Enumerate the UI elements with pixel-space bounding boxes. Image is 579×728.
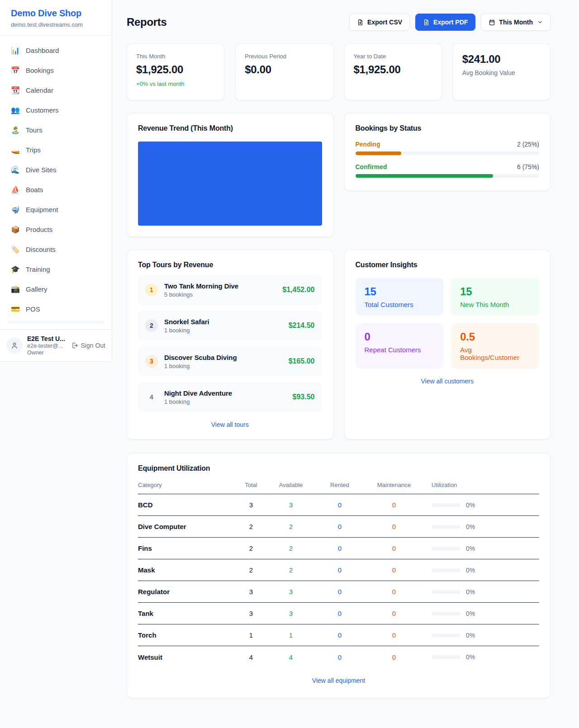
products-icon: 📦 (11, 225, 20, 234)
sidebar-item-tours[interactable]: 🏝️ Tours (4, 122, 108, 138)
bookings-by-status-title: Bookings by Status (356, 124, 540, 132)
utilization-pct: 0% (466, 523, 475, 530)
sidebar-item-reports-partial[interactable] (7, 321, 104, 323)
sidebar-item-calendar[interactable]: 📆 Calendar (4, 82, 108, 99)
sidebar-item-label: Calendar (26, 86, 53, 94)
sidebar-item-products[interactable]: 📦 Products (4, 221, 108, 238)
sidebar-item-training[interactable]: 🎓 Training (4, 261, 108, 278)
export-pdf-button[interactable]: Export PDF (415, 14, 475, 31)
progress-fill-confirmed (356, 174, 494, 178)
utilization-pct: 0% (466, 588, 475, 596)
bookings-by-status-card: Bookings by Status Pending 2 (25%) Confi… (344, 113, 551, 191)
utilization-track (432, 503, 460, 507)
cell-total: 3 (235, 610, 267, 617)
table-header: Category Total Available Rented Maintena… (138, 482, 539, 494)
sidebar-item-label: Bookings (26, 66, 54, 74)
tile-label: Total Customers (365, 301, 435, 308)
sidebar: Demo Dive Shop demo.test.divestreams.com… (0, 0, 112, 362)
logout-icon (71, 342, 78, 349)
utilization-track (432, 655, 460, 659)
tile-value: 0 (365, 331, 435, 343)
sidebar-item-equipment[interactable]: 🤿 Equipment (4, 201, 108, 218)
cell-maintenance: 0 (365, 631, 423, 639)
pos-icon: 💳 (11, 305, 20, 313)
person-icon (10, 341, 19, 350)
tour-list-item: 4 Night Dive Adventure 1 booking $93.50 (138, 382, 322, 412)
cell-total: 2 (235, 523, 267, 530)
stat-label: Previous Period (245, 53, 323, 60)
view-all-customers-link[interactable]: View all customers (356, 378, 540, 385)
sidebar-item-dashboard[interactable]: 📊 Dashboard (4, 42, 108, 59)
cell-category: Mask (138, 566, 235, 574)
cell-utilization: 0% (423, 545, 539, 552)
cell-category: BCD (138, 501, 235, 509)
stat-label: Avg Booking Value (462, 69, 541, 76)
utilization-track (432, 525, 460, 529)
equipment-icon: 🤿 (11, 205, 20, 214)
status-row-confirmed: Confirmed 6 (75%) (356, 163, 540, 178)
tour-name: Two Tank Morning Dive (164, 282, 276, 290)
column-header: Maintenance (365, 482, 423, 488)
sidebar-item-trips[interactable]: 🚤 Trips (4, 142, 108, 158)
user-footer: E2E Test U... e2e-tester@... Owner Sign … (0, 329, 112, 361)
tour-revenue: $165.00 (289, 357, 315, 365)
cell-rented: 0 (315, 610, 365, 617)
cell-utilization: 0% (423, 610, 539, 617)
tour-name: Night Dive Adventure (164, 389, 286, 397)
cell-rented: 0 (315, 588, 365, 596)
sidebar-item-gallery[interactable]: 📸 Gallery (4, 281, 108, 298)
sidebar-item-discounts[interactable]: 🏷️ Discounts (4, 241, 108, 258)
rank-badge: 2 (145, 319, 158, 332)
cell-maintenance: 0 (365, 523, 423, 530)
table-row: Regulator 3 3 0 0 0% (138, 581, 539, 603)
cell-total: 3 (235, 588, 267, 596)
utilization-pct: 0% (466, 632, 475, 639)
user-meta: E2E Test U... e2e-tester@... Owner (27, 335, 66, 356)
tour-list-item: 3 Discover Scuba Diving 1 booking $165.0… (138, 346, 322, 376)
cell-utilization: 0% (423, 523, 539, 530)
cell-available: 2 (267, 544, 315, 552)
cell-rented: 0 (315, 501, 365, 509)
cell-available: 3 (267, 588, 315, 596)
export-csv-label: Export CSV (367, 19, 402, 26)
cell-available: 3 (267, 610, 315, 617)
view-all-equipment-link[interactable]: View all equipment (138, 677, 539, 684)
stat-value: $1,925.00 (136, 63, 215, 76)
cell-maintenance: 0 (365, 501, 423, 509)
sign-out-button[interactable]: Sign Out (71, 342, 105, 349)
training-icon: 🎓 (11, 265, 20, 274)
progress-track (356, 174, 540, 178)
tour-bookings: 5 bookings (164, 291, 276, 298)
sidebar-item-label: Tours (26, 126, 43, 134)
sidebar-item-customers[interactable]: 👥 Customers (4, 102, 108, 118)
cell-total: 1 (235, 631, 267, 639)
table-row: Fins 2 2 0 0 0% (138, 538, 539, 559)
tile-total-customers: 15 Total Customers (356, 278, 444, 316)
view-all-tours-link[interactable]: View all tours (138, 421, 322, 428)
file-download-icon (423, 19, 430, 26)
export-csv-button[interactable]: Export CSV (349, 14, 410, 31)
cell-maintenance: 0 (365, 544, 423, 552)
utilization-track (432, 612, 460, 615)
sidebar-item-bookings[interactable]: 📅 Bookings (4, 62, 108, 79)
page-header: Reports Export CSV Export PDF This Month (127, 14, 551, 31)
sidebar-item-label: Equipment (26, 206, 58, 213)
table-body: BCD 3 3 0 0 0% Dive Computer 2 2 0 0 (138, 494, 539, 668)
period-selector[interactable]: This Month (481, 14, 551, 31)
sidebar-item-dive-sites[interactable]: 🌊 Dive Sites (4, 161, 108, 178)
column-header: Utilization (423, 482, 539, 488)
stat-value: $241.00 (462, 53, 541, 66)
stat-card-avg-booking-value: $241.00 Avg Booking Value (453, 43, 551, 100)
sidebar-item-label: Dashboard (26, 47, 59, 54)
sidebar-item-boats[interactable]: ⛵ Boats (4, 181, 108, 198)
tile-avg-bookings-customer: 0.5 Avg Bookings/Customer (451, 323, 539, 369)
cell-rented: 0 (315, 653, 365, 661)
cell-category: Wetsuit (138, 653, 235, 661)
progress-fill-pending (356, 151, 402, 155)
stat-label: This Month (136, 53, 215, 60)
sidebar-item-label: Boats (26, 186, 43, 194)
cell-available: 2 (267, 523, 315, 530)
sidebar-item-pos[interactable]: 💳 POS (4, 301, 108, 317)
cell-category: Regulator (138, 588, 235, 596)
cell-total: 2 (235, 544, 267, 552)
